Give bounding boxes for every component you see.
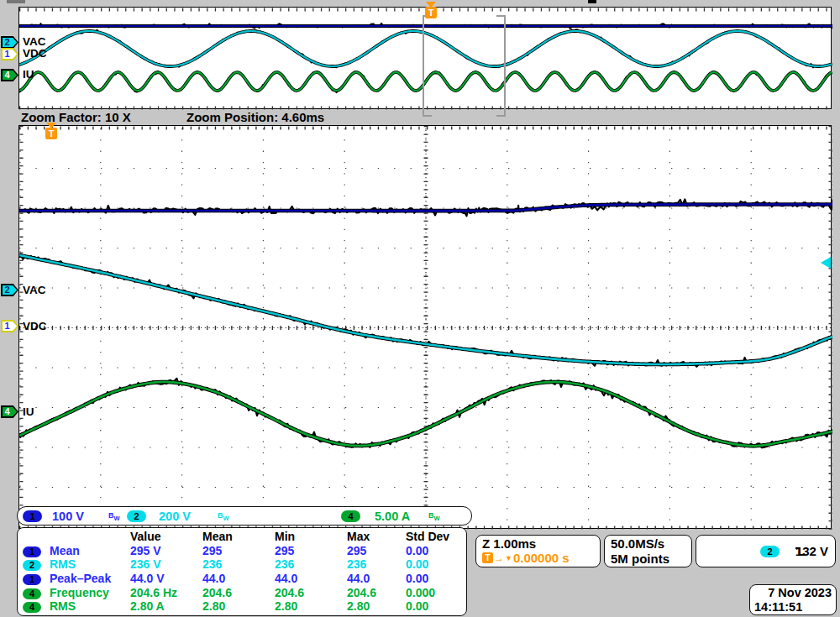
top-left-marker [7, 0, 25, 3]
zoom-position-label: Zoom Position: 4.60ms [186, 110, 324, 124]
ch2-scale-readout: 200 V [159, 510, 191, 523]
measurement-value: 0.00 [406, 599, 466, 613]
acquisition-readout-box: 50.0MS/s 5M points [604, 535, 692, 567]
ch1-badge: 1 [23, 546, 41, 557]
trigger-delay-readout: T→▼0.00000 s [482, 551, 600, 565]
zoom-bracket-left[interactable] [423, 15, 432, 117]
measurement-value: 204.6 Hz [130, 586, 202, 599]
channel-scale-bar[interactable]: 1100 VBW2200 VBW45.00 ABW [17, 506, 472, 525]
trigger-position-marker-zoom[interactable]: T [45, 123, 58, 139]
ch4-badge: 4 [23, 602, 41, 613]
measurement-value: 0.00 [406, 557, 466, 571]
measurement-value: 204.6 [275, 586, 347, 599]
tag-number: 2 [1, 36, 13, 49]
measurement-value: 236 [275, 557, 347, 571]
ch2-badge: 2 [23, 560, 41, 571]
measurement-label: Mean [50, 544, 130, 557]
bandwidth-limit-icon: BW [108, 511, 120, 522]
measurement-value: 44.0 [347, 572, 406, 585]
trigger-readout-box: 2 132 V [696, 535, 836, 567]
measurement-value: 44.0 V [130, 572, 202, 585]
trigger-t-icon: T [482, 552, 493, 563]
bandwidth-limit-icon: BW [218, 511, 229, 522]
measurement-value: 204.6 [347, 586, 406, 599]
ch4-position-tag[interactable]: 4 [1, 405, 18, 418]
ch2-waveform-label: VAC [23, 284, 46, 296]
measurement-value: 236 V [130, 557, 202, 571]
ch4-position-tag[interactable]: 4 [1, 69, 18, 81]
zoom-info-bar: Zoom Factor: 10 X Zoom Position: 4.60ms [18, 109, 832, 125]
ch1-badge[interactable]: 1 [23, 510, 42, 522]
ch2-position-tag[interactable]: 2 [1, 284, 18, 296]
ch2-waveform-label: VAC [23, 35, 46, 48]
trigger-t-icon: T [45, 128, 57, 139]
measurement-value: 2.80 [275, 599, 347, 613]
measurement-value: 295 V [130, 544, 202, 557]
oscilloscope-screen: T Zoom Factor: 10 X Zoom Position: 4.60m… [0, 0, 840, 617]
right-arrow-icon: → [494, 552, 504, 564]
ch2-badge[interactable]: 2 [127, 510, 146, 522]
measurement-value: 295 [202, 544, 275, 557]
tag-number: 4 [1, 69, 13, 81]
measurement-value: 44.0 [202, 572, 275, 585]
table-header: Min [275, 530, 347, 543]
measurement-value: 0.000 [406, 586, 466, 599]
measurement-value: 2.80 [202, 599, 275, 613]
zoom-waveforms [19, 126, 832, 530]
measurement-value: 2.80 [347, 599, 406, 613]
tag-number: 4 [1, 405, 13, 418]
measurement-label: Frequency [50, 586, 130, 599]
tag-number: 1 [1, 48, 13, 60]
ch4-badge[interactable]: 4 [341, 510, 360, 522]
table-header: Max [347, 530, 406, 543]
ch1-position-tag[interactable]: 1 [1, 48, 18, 60]
down-triangle-icon: ▼ [505, 554, 512, 562]
ch2-level-arrow-icon[interactable] [821, 257, 831, 269]
measurement-value: 295 [275, 544, 347, 557]
measurement-value: 236 [347, 557, 406, 571]
measurement-value: 0.00 [406, 572, 466, 585]
ch1-waveform-label: VDC [23, 320, 47, 332]
record-length-readout: 5M points [611, 552, 691, 567]
trigger-t-icon: T [425, 7, 437, 18]
time-readout: 14:11:51 [754, 600, 832, 614]
zoom-factor-label: Zoom Factor: 10 X [21, 110, 131, 124]
ch1-badge: 1 [23, 574, 41, 585]
ch1-position-tag[interactable]: 1 [1, 320, 18, 332]
trigger-position-marker-overview[interactable]: T [424, 2, 438, 18]
horizontal-readout-box: Z 1.00ms T→▼0.00000 s [475, 535, 601, 567]
ch1-scale-readout: 100 V [52, 510, 84, 523]
measurement-value: 204.6 [202, 586, 275, 599]
measurement-value: 44.0 [275, 572, 347, 585]
trigger-delay-value: 0.00000 s [513, 551, 570, 565]
ch1-waveform-label: VDC [23, 47, 47, 60]
ch4-badge: 4 [23, 588, 41, 599]
zoom-bracket-right[interactable] [496, 15, 506, 117]
tag-number: 2 [1, 284, 13, 296]
measurement-label: RMS [50, 599, 130, 613]
trigger-source-badge: 2 [760, 546, 780, 557]
zoom-waveform-window [18, 125, 832, 529]
measurement-value: 236 [202, 557, 275, 571]
sample-rate-readout: 50.0MS/s [611, 536, 691, 552]
top-tick-marker [588, 0, 596, 3]
tag-number: 1 [1, 320, 13, 332]
ch2-position-tag[interactable]: 2 [1, 36, 18, 49]
measurement-value: 2.80 A [130, 599, 202, 613]
table-header: Mean [202, 530, 275, 543]
zoom-scale-readout: Z 1.00ms [482, 536, 600, 551]
ch4-scale-readout: 5.00 A [375, 510, 410, 523]
bandwidth-limit-icon: BW [428, 511, 440, 522]
table-header: Std Dev [406, 530, 466, 543]
datetime-box: 7 Nov 2023 14:11:51 [749, 584, 837, 615]
measurement-value: 0.00 [406, 544, 466, 557]
table-header: Value [130, 530, 202, 543]
ch4-waveform-label: IU [23, 405, 34, 418]
ch4-waveform-label: IU [23, 68, 34, 81]
measurement-value: 295 [347, 544, 406, 557]
measurement-label: RMS [50, 557, 130, 571]
measurement-table: ValueMeanMinMaxStd Dev1Mean295 V29529529… [17, 527, 467, 616]
measurement-label: Peak–Peak [50, 572, 130, 585]
trigger-level-readout: 132 V [795, 544, 828, 558]
date-readout: 7 Nov 2023 [754, 586, 832, 600]
